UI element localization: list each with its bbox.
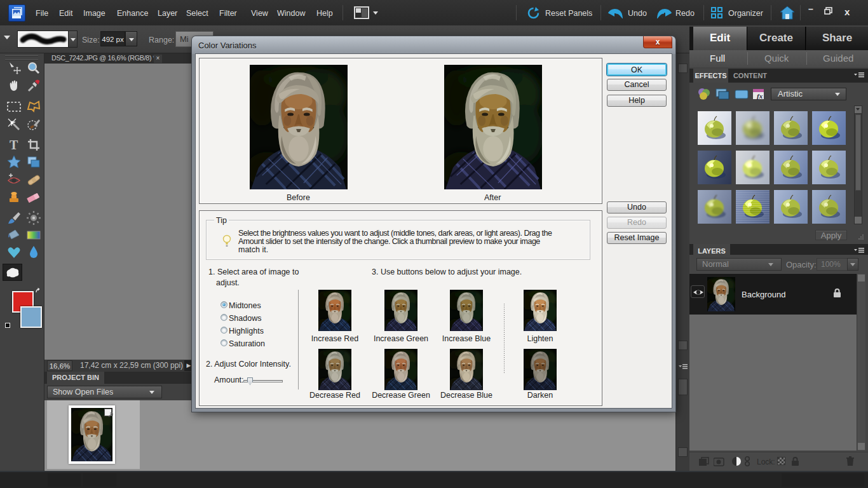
svg-text:T: T bbox=[10, 138, 18, 152]
svg-text:fx: fx bbox=[757, 92, 763, 100]
